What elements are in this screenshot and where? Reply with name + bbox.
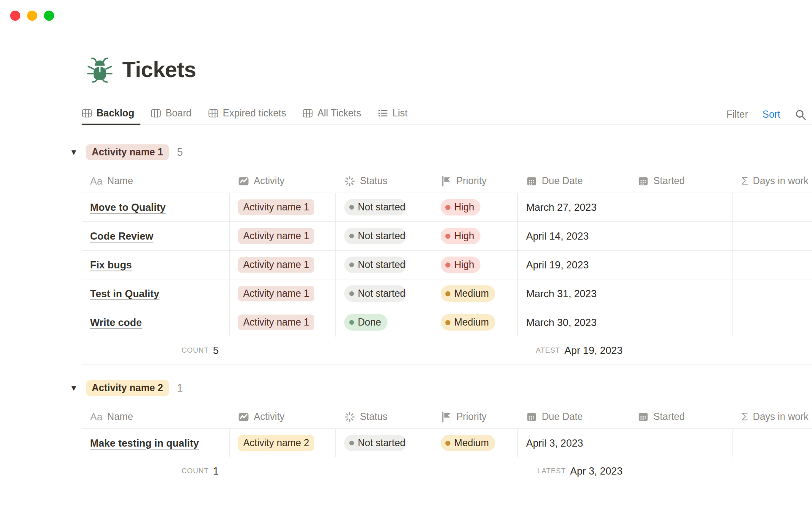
collapse-toggle-icon[interactable]: ▼ <box>70 384 78 392</box>
column-header-started[interactable]: Started <box>629 169 733 193</box>
started-cell[interactable] <box>629 308 733 337</box>
activity-cell[interactable]: Activity name 1 <box>230 308 336 337</box>
bug-icon[interactable] <box>87 56 113 83</box>
status-cell[interactable]: Not started <box>336 429 432 457</box>
table-row[interactable]: Code Review Activity name 1 Not started … <box>82 221 812 250</box>
activity-cell[interactable]: Activity name 1 <box>230 193 336 221</box>
status-cell[interactable]: Not started <box>336 222 432 250</box>
search-icon[interactable] <box>795 109 806 120</box>
activity-cell[interactable]: Activity name 1 <box>230 251 336 279</box>
minimize-window-button[interactable] <box>27 11 37 21</box>
tab-list[interactable]: List <box>378 103 414 124</box>
priority-cell[interactable]: Medium <box>432 308 518 337</box>
days-in-work-cell[interactable] <box>733 279 812 308</box>
activity-tag: Activity name 1 <box>238 228 314 244</box>
group-name-tag[interactable]: Activity name 2 <box>86 380 169 396</box>
ticket-name-cell[interactable]: Test in Quality <box>82 279 230 308</box>
page-title[interactable]: Tickets <box>122 57 196 82</box>
started-cell[interactable] <box>629 251 733 279</box>
zoom-window-button[interactable] <box>44 11 54 21</box>
sigma-icon: Σ <box>741 410 748 423</box>
group-name-tag[interactable]: Activity name 1 <box>86 144 169 160</box>
started-cell[interactable] <box>629 222 733 250</box>
ticket-name-cell[interactable]: Move to Quality <box>82 193 230 221</box>
status-cell[interactable]: Not started <box>336 279 432 308</box>
priority-pill: Medium <box>441 314 495 331</box>
calendar-icon <box>526 411 537 422</box>
days-in-work-cell[interactable] <box>733 251 812 279</box>
table-row[interactable]: Fix bugs Activity name 1 Not started Hig… <box>82 250 812 279</box>
column-header-priority[interactable]: Priority <box>432 169 518 193</box>
status-cell[interactable]: Not started <box>336 193 432 221</box>
table: Aa Name Activity Status Priority D <box>82 405 812 485</box>
group-header: ▼ Activity name 1 5 <box>70 144 812 160</box>
due-date-cell[interactable]: March 31, 2023 <box>518 279 629 308</box>
status-cell[interactable]: Not started <box>336 251 432 279</box>
filter-button[interactable]: Filter <box>727 109 748 120</box>
started-cell[interactable] <box>629 193 733 221</box>
close-window-button[interactable] <box>10 11 20 21</box>
column-header-activity[interactable]: Activity <box>230 169 336 193</box>
priority-cell[interactable]: Medium <box>432 429 518 457</box>
list-icon <box>378 108 388 119</box>
ticket-name-cell[interactable]: Write code <box>82 308 230 337</box>
days-in-work-cell[interactable] <box>733 429 812 457</box>
tab-all-tickets[interactable]: All Tickets <box>302 103 368 124</box>
due-date-cell[interactable]: April 19, 2023 <box>518 251 629 279</box>
column-header-status[interactable]: Status <box>336 169 432 193</box>
activity-cell[interactable]: Activity name 1 <box>230 222 336 250</box>
column-header-priority[interactable]: Priority <box>432 405 518 428</box>
started-cell[interactable] <box>629 429 733 457</box>
count-aggregate[interactable]: COUNT 1 <box>82 457 230 485</box>
count-aggregate[interactable]: COUNT 5 <box>82 337 230 364</box>
tab-backlog[interactable]: Backlog <box>82 103 140 124</box>
column-header-started[interactable]: Started <box>629 405 733 428</box>
column-header-days-in-work[interactable]: Σ Days in work <box>733 405 812 428</box>
priority-cell[interactable]: Medium <box>432 279 518 308</box>
latest-aggregate[interactable]: ATEST Apr 19, 2023 <box>518 337 629 364</box>
days-in-work-cell[interactable] <box>733 308 812 337</box>
column-header-name[interactable]: Aa Name <box>82 169 230 193</box>
calendar-icon <box>638 411 649 422</box>
activity-cell[interactable]: Activity name 1 <box>230 279 336 308</box>
column-header-status[interactable]: Status <box>336 405 432 428</box>
table-row[interactable]: Make testing in quality Activity name 2 … <box>82 428 812 457</box>
days-in-work-cell[interactable] <box>733 193 812 221</box>
due-date-cell[interactable]: March 30, 2023 <box>518 308 629 337</box>
tab-board[interactable]: Board <box>151 103 198 124</box>
ticket-name-cell[interactable]: Code Review <box>82 222 230 250</box>
due-date-cell[interactable]: April 14, 2023 <box>518 222 629 250</box>
table-row[interactable]: Move to Quality Activity name 1 Not star… <box>82 193 812 221</box>
column-header-days-in-work[interactable]: Σ Days in work <box>733 169 812 193</box>
sort-button[interactable]: Sort <box>763 109 780 120</box>
priority-cell[interactable]: High <box>432 222 518 250</box>
priority-cell[interactable]: High <box>432 251 518 279</box>
table-row[interactable]: Write code Activity name 1 Done Medium M… <box>82 308 812 337</box>
group-count: 5 <box>177 146 183 158</box>
priority-cell[interactable]: High <box>432 193 518 221</box>
priority-dot-icon <box>445 205 450 210</box>
ticket-name-cell[interactable]: Make testing in quality <box>82 429 230 457</box>
tab-label: Backlog <box>96 108 134 119</box>
text-icon: Aa <box>90 175 102 187</box>
days-in-work-cell[interactable] <box>733 222 812 250</box>
due-date-cell[interactable]: March 27, 2023 <box>518 193 629 221</box>
ticket-name-cell[interactable]: Fix bugs <box>82 251 230 279</box>
column-header-name[interactable]: Aa Name <box>82 405 230 428</box>
latest-aggregate[interactable]: LATEST Apr 3, 2023 <box>518 457 629 485</box>
table-row[interactable]: Test in Quality Activity name 1 Not star… <box>82 279 812 308</box>
started-cell[interactable] <box>629 279 733 308</box>
priority-dot-icon <box>445 234 450 239</box>
table-icon <box>302 108 313 119</box>
activity-cell[interactable]: Activity name 2 <box>230 429 336 457</box>
column-header-due-date[interactable]: Due Date <box>518 405 629 428</box>
flag-icon <box>441 411 452 422</box>
due-date-cell[interactable]: April 3, 2023 <box>518 429 629 457</box>
column-header-due-date[interactable]: Due Date <box>518 169 629 193</box>
column-header-activity[interactable]: Activity <box>230 405 336 428</box>
collapse-toggle-icon[interactable]: ▼ <box>70 148 78 156</box>
status-cell[interactable]: Done <box>336 308 432 337</box>
tab-expired-tickets[interactable]: Expired tickets <box>208 103 293 124</box>
priority-dot-icon <box>445 262 450 268</box>
group-activity-name-1: ▼ Activity name 1 5 Aa Name Activity Sta… <box>0 144 812 364</box>
